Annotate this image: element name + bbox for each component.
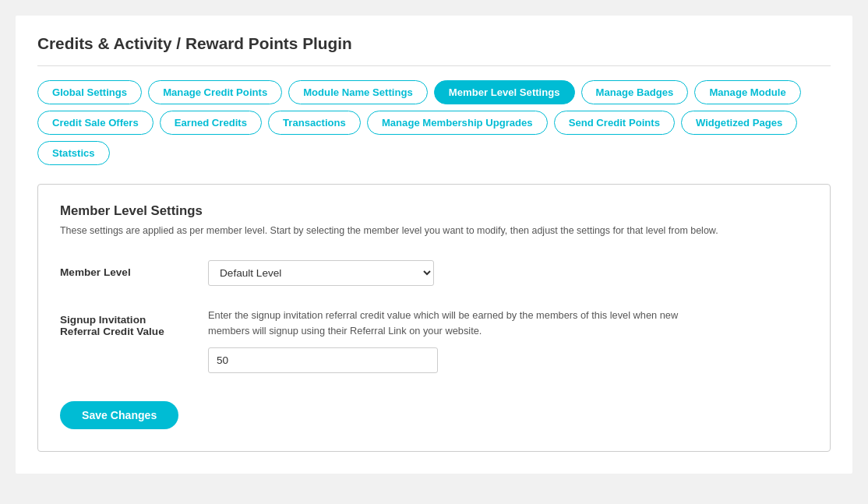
settings-panel-title: Member Level Settings — [60, 203, 808, 219]
tab-module-name-settings[interactable]: Module Name Settings — [288, 80, 428, 104]
page-title: Credits & Activity / Reward Points Plugi… — [37, 34, 831, 66]
member-level-label: Member Level — [60, 260, 208, 278]
tab-member-level-settings[interactable]: Member Level Settings — [434, 80, 575, 104]
member-level-row: Member Level Default Level — [60, 260, 808, 286]
settings-panel-description: These settings are applied as per member… — [60, 224, 808, 238]
save-changes-button[interactable]: Save Changes — [60, 401, 178, 429]
page-wrapper: Credits & Activity / Reward Points Plugi… — [16, 16, 852, 474]
tab-global-settings[interactable]: Global Settings — [37, 80, 142, 104]
tab-manage-membership-upgrades[interactable]: Manage Membership Upgrades — [367, 111, 548, 135]
nav-tabs-wrapper: Global SettingsManage Credit PointsModul… — [37, 80, 831, 165]
signup-invitation-label: Signup Invitation Referral Credit Value — [60, 308, 208, 337]
signup-referral-credit-input[interactable] — [208, 347, 438, 373]
member-level-control: Default Level — [208, 260, 808, 286]
tab-earned-credits[interactable]: Earned Credits — [160, 111, 262, 135]
signup-invitation-control: Enter the signup invitation referral cre… — [208, 308, 808, 373]
member-level-select[interactable]: Default Level — [208, 260, 434, 286]
settings-panel: Member Level Settings These settings are… — [37, 184, 831, 452]
tab-manage-badges[interactable]: Manage Badges — [581, 80, 689, 104]
signup-invitation-description: Enter the signup invitation referral cre… — [208, 308, 722, 340]
tab-statstics[interactable]: Statstics — [37, 141, 110, 165]
tab-credit-sale-offers[interactable]: Credit Sale Offers — [37, 111, 153, 135]
tab-manage-module[interactable]: Manage Module — [694, 80, 800, 104]
tab-widgetized-pages[interactable]: Widgetized Pages — [681, 111, 797, 135]
tab-manage-credit-points[interactable]: Manage Credit Points — [148, 80, 282, 104]
signup-invitation-row: Signup Invitation Referral Credit Value … — [60, 308, 808, 373]
tab-transactions[interactable]: Transactions — [268, 111, 361, 135]
tab-send-credit-points[interactable]: Send Credit Points — [554, 111, 675, 135]
